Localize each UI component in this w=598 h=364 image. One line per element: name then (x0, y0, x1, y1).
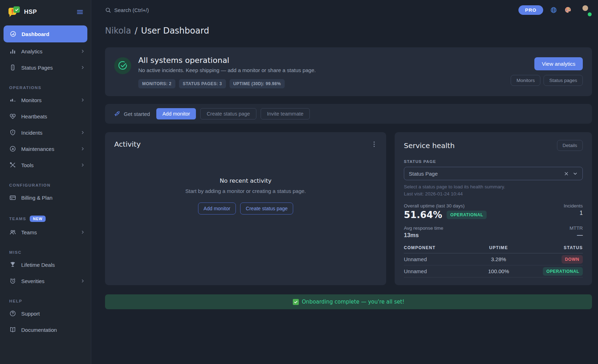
avg-response-block: Avg response time 13ms (404, 225, 443, 239)
sidebar-item-label: Maintenances (21, 146, 54, 152)
mttr-block: MTTR — (570, 225, 583, 239)
new-badge: NEW (30, 216, 46, 222)
operational-status-badge: OPERATIONAL (447, 211, 487, 219)
sidebar-section-operations: OPERATIONS (9, 86, 85, 90)
empty-state-title: No recent activity (114, 177, 377, 184)
sidebar-item-label: Status Pages (21, 65, 53, 71)
onboarding-complete-banner: Onboarding complete — you're all set! (105, 294, 592, 309)
system-status-title: All systems operational (138, 56, 316, 65)
status-page-select[interactable]: Status Page (404, 167, 583, 180)
sidebar-item-label: Analytics (21, 48, 42, 54)
create-status-page-button[interactable]: Create status page (240, 202, 293, 215)
check-mark-icon (293, 299, 299, 305)
add-monitor-button[interactable]: Add monitor (156, 108, 196, 119)
monitors-count-badge: MONITORS: 2 (138, 79, 175, 88)
select-helper-text: Select a status page to load its health … (404, 184, 583, 189)
kebab-menu-icon[interactable] (371, 141, 377, 148)
help-circle-icon (9, 310, 16, 317)
app-title: HSP (24, 8, 37, 16)
topbar: Search (Ctrl+/) PRO (105, 0, 592, 20)
traffic-light-icon (9, 64, 16, 71)
add-monitor-button[interactable]: Add monitor (198, 202, 236, 215)
sidebar-item-support[interactable]: Support (0, 305, 91, 322)
banner-text: Onboarding complete — you're all set! (302, 299, 405, 305)
rocket-icon (114, 111, 120, 117)
view-analytics-button[interactable]: View analytics (534, 57, 583, 70)
sidebar-item-analytics[interactable]: Analytics (0, 43, 91, 59)
sidebar-item-label: Documentation (21, 327, 57, 333)
chevron-right-icon (80, 130, 85, 135)
sidebar-item-documentation[interactable]: Documentation (0, 322, 91, 338)
sidebar-item-severities[interactable]: Severities (0, 273, 91, 289)
system-status-actions: View analytics Monitors Status pages (511, 56, 583, 88)
credit-card-icon (9, 194, 16, 201)
sidebar-item-monitors[interactable]: Monitors (0, 92, 91, 108)
sidebar-item-tools[interactable]: Tools (0, 157, 91, 173)
components-table: COMPONENT UPTIME STATUS Unnamed 3.28% DO… (404, 245, 583, 277)
tools-icon (9, 162, 16, 169)
column-header-component: COMPONENT (404, 245, 472, 250)
users-icon (9, 229, 16, 236)
chevron-down-icon[interactable] (573, 171, 578, 176)
sidebar: HSP Dashboard Analytics Status Pages OPE… (0, 0, 91, 364)
book-icon (9, 326, 16, 333)
create-status-page-button[interactable]: Create status page (200, 108, 256, 119)
avg-response-label: Avg response time (404, 225, 443, 231)
sidebar-section-teams: TEAMS NEW (9, 216, 85, 222)
overall-uptime-value: 51.64% (404, 210, 442, 220)
uptime-badge: UPTIME (30D): 99.98% (230, 79, 285, 88)
sidebar-item-heartbeats[interactable]: Heartbeats (0, 108, 91, 124)
sidebar-item-lifetime-deals[interactable]: Lifetime Deals (0, 257, 91, 273)
activity-card: Activity No recent activity Start by add… (105, 132, 386, 285)
sidebar-item-label: Incidents (21, 130, 42, 136)
system-status-card: All systems operational No active incide… (105, 47, 592, 96)
user-avatar[interactable] (579, 3, 592, 17)
get-started-label: Get started (114, 111, 150, 117)
search-input[interactable]: Search (Ctrl+/) (105, 7, 149, 13)
sidebar-item-status-pages[interactable]: Status Pages (0, 59, 91, 76)
details-button[interactable]: Details (557, 140, 583, 151)
table-row: Unnamed 100.00% OPERATIONAL (404, 265, 583, 277)
sidebar-item-label: Heartbeats (21, 113, 47, 119)
bar-chart-icon (9, 48, 16, 55)
monitors-button[interactable]: Monitors (511, 75, 540, 86)
chevron-right-icon (80, 65, 85, 70)
globe-icon[interactable] (550, 6, 557, 14)
hamburger-menu-icon[interactable] (76, 8, 84, 16)
pro-badge[interactable]: PRO (518, 5, 543, 15)
avg-response-value: 13ms (404, 232, 443, 239)
get-started-bar: Get started Add monitor Create status pa… (105, 104, 592, 124)
shield-alert-icon (9, 129, 16, 136)
clear-x-icon[interactable] (564, 171, 569, 176)
incidents-value: 1 (564, 210, 583, 216)
incidents-block: Incidents 1 (564, 203, 583, 216)
sidebar-item-label: Lifetime Deals (21, 262, 55, 268)
sidebar-item-billing[interactable]: Billing & Plan (0, 189, 91, 206)
breadcrumb-separator: / (135, 26, 138, 36)
status-pages-count-badge: STATUS PAGES: 3 (179, 79, 226, 88)
column-header-uptime: UPTIME (472, 245, 525, 250)
chevron-right-icon (80, 98, 85, 102)
main-content: Search (Ctrl+/) PRO Nikola / User Dashbo… (91, 0, 598, 364)
sidebar-nav: Dashboard Analytics Status Pages OPERATI… (0, 25, 91, 338)
sidebar-item-label: Support (21, 311, 40, 317)
sidebar-item-label: Severities (21, 278, 45, 284)
component-name: Unnamed (404, 268, 472, 274)
sidebar-item-incidents[interactable]: Incidents (0, 124, 91, 141)
chevron-right-icon (80, 163, 85, 168)
wrench-circle-icon (9, 145, 16, 152)
sidebar-item-label: Teams (21, 229, 37, 235)
breadcrumb-parent[interactable]: Nikola (105, 26, 131, 36)
app-logo-icon (8, 6, 20, 18)
sidebar-item-label: Tools (21, 162, 34, 168)
sidebar-section-configuration: CONFIGURATION (9, 183, 85, 187)
palette-icon[interactable] (564, 6, 572, 14)
sidebar-item-teams[interactable]: Teams (0, 224, 91, 240)
sidebar-item-label: Billing & Plan (21, 195, 52, 201)
sidebar-item-maintenances[interactable]: Maintenances (0, 141, 91, 157)
topbar-right: PRO (518, 3, 592, 17)
invite-teammate-button[interactable]: Invite teammate (261, 108, 310, 119)
status-pages-button[interactable]: Status pages (544, 75, 583, 86)
sidebar-item-dashboard[interactable]: Dashboard (4, 25, 87, 42)
system-status-subtitle: No active incidents. Keep shipping — add… (138, 67, 316, 73)
